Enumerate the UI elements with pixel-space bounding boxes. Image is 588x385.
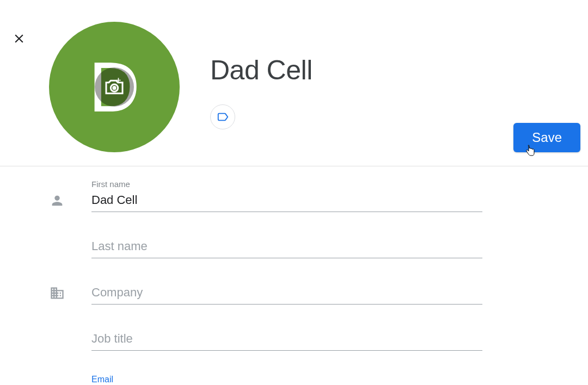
name-row: First name [49, 179, 539, 212]
label-icon [217, 111, 229, 123]
job-title-field[interactable] [91, 328, 482, 351]
last-name-input[interactable] [91, 236, 482, 258]
contact-display-name: Dad Cell [210, 54, 313, 86]
add-label-button[interactable] [210, 104, 235, 129]
company-field[interactable] [91, 282, 482, 305]
change-photo-button[interactable] [95, 67, 134, 107]
job-title-input[interactable] [91, 328, 482, 351]
email-field[interactable]: Email [91, 375, 274, 385]
first-name-input[interactable] [91, 190, 482, 212]
camera-plus-icon [103, 76, 125, 98]
save-button[interactable]: Save [513, 123, 580, 152]
email-row: Email [49, 375, 539, 385]
first-name-label: First name [91, 179, 482, 189]
lastname-row [49, 236, 539, 258]
contact-name-block: Dad Cell [210, 54, 313, 129]
contact-header: D Dad Cell Save [0, 0, 588, 166]
company-row [49, 282, 539, 305]
building-icon [49, 285, 65, 301]
avatar-container: D [49, 22, 180, 152]
contact-form: First name [0, 166, 588, 385]
person-icon [49, 192, 65, 209]
svg-point-0 [112, 86, 116, 90]
company-input[interactable] [91, 282, 482, 305]
last-name-field[interactable] [91, 236, 482, 258]
contact-avatar: D [49, 22, 180, 152]
email-label: Email [91, 375, 274, 384]
edit-contact-dialog: D Dad Cell Save First name [0, 0, 588, 385]
jobtitle-row [49, 328, 539, 351]
first-name-field[interactable]: First name [91, 179, 482, 212]
